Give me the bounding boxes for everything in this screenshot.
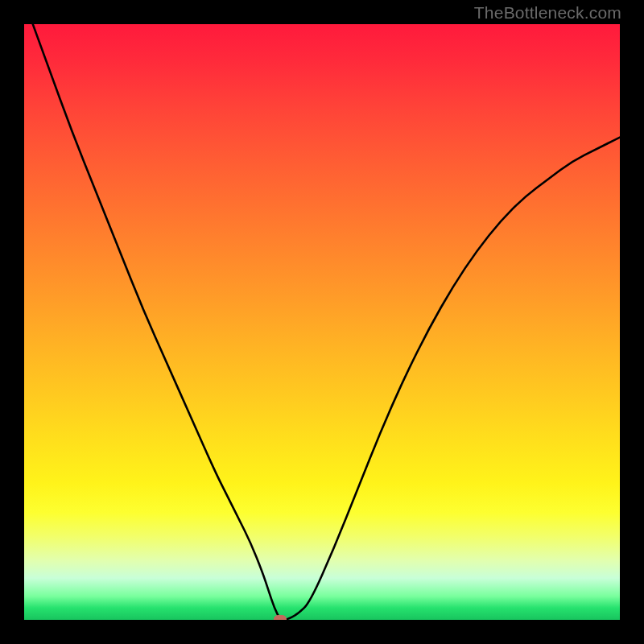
chart-frame: TheBottleneck.com: [0, 0, 644, 644]
optimum-marker: [274, 615, 287, 620]
plot-area: [24, 24, 620, 620]
watermark-text: TheBottleneck.com: [474, 3, 621, 23]
bottleneck-curve: [24, 24, 620, 620]
